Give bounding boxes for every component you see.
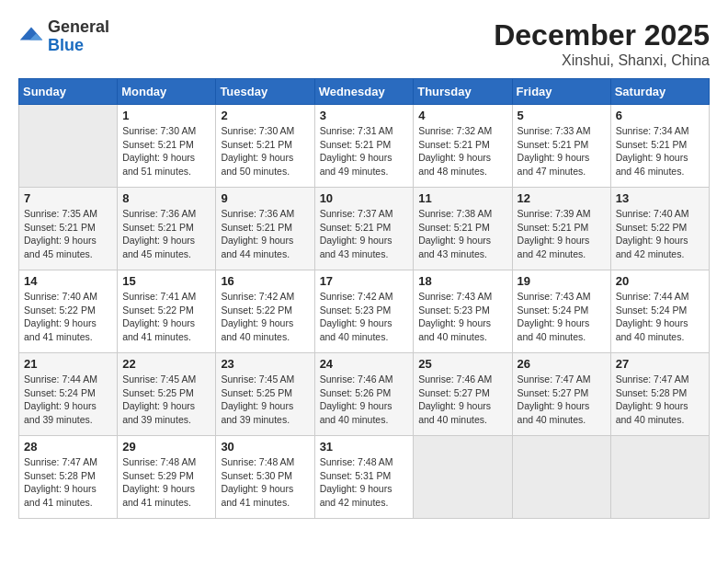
day-number: 26 xyxy=(518,357,606,371)
cell-info: Sunrise: 7:43 AMSunset: 5:24 PMDaylight:… xyxy=(518,290,606,344)
calendar-cell: 9Sunrise: 7:36 AMSunset: 5:21 PMDaylight… xyxy=(216,188,314,270)
calendar-cell: 25Sunrise: 7:46 AMSunset: 5:27 PMDayligh… xyxy=(414,353,512,436)
day-number: 22 xyxy=(122,357,210,371)
day-number: 15 xyxy=(122,274,210,288)
calendar-cell: 4Sunrise: 7:32 AMSunset: 5:21 PMDaylight… xyxy=(414,105,512,188)
day-number: 29 xyxy=(122,440,210,454)
header-thursday: Thursday xyxy=(414,79,512,105)
day-number: 25 xyxy=(418,357,506,371)
calendar-cell: 11Sunrise: 7:38 AMSunset: 5:21 PMDayligh… xyxy=(414,188,512,270)
day-number: 31 xyxy=(320,440,409,454)
day-number: 13 xyxy=(616,191,704,205)
calendar-cell: 23Sunrise: 7:45 AMSunset: 5:25 PMDayligh… xyxy=(216,353,314,436)
day-number: 4 xyxy=(418,109,506,122)
cell-info: Sunrise: 7:44 AMSunset: 5:24 PMDaylight:… xyxy=(616,290,704,344)
calendar-cell: 3Sunrise: 7:31 AMSunset: 5:21 PMDaylight… xyxy=(314,105,414,188)
cell-info: Sunrise: 7:40 AMSunset: 5:22 PMDaylight:… xyxy=(24,290,112,344)
calendar-cell xyxy=(512,436,610,519)
cell-info: Sunrise: 7:36 AMSunset: 5:21 PMDaylight:… xyxy=(221,207,309,261)
cell-info: Sunrise: 7:46 AMSunset: 5:27 PMDaylight:… xyxy=(418,373,506,427)
day-number: 9 xyxy=(221,191,309,205)
cell-info: Sunrise: 7:46 AMSunset: 5:26 PMDaylight:… xyxy=(320,373,409,427)
day-number: 14 xyxy=(24,274,112,288)
logo-icon xyxy=(18,24,44,50)
calendar-cell: 7Sunrise: 7:35 AMSunset: 5:21 PMDaylight… xyxy=(19,188,118,270)
cell-info: Sunrise: 7:42 AMSunset: 5:23 PMDaylight:… xyxy=(320,290,409,344)
calendar-cell: 18Sunrise: 7:43 AMSunset: 5:23 PMDayligh… xyxy=(414,270,512,353)
calendar-cell: 31Sunrise: 7:48 AMSunset: 5:31 PMDayligh… xyxy=(314,436,414,519)
calendar-cell xyxy=(19,105,118,188)
day-number: 6 xyxy=(616,109,704,122)
calendar-cell: 15Sunrise: 7:41 AMSunset: 5:22 PMDayligh… xyxy=(118,270,216,353)
day-number: 18 xyxy=(418,274,506,288)
cell-info: Sunrise: 7:47 AMSunset: 5:28 PMDaylight:… xyxy=(616,373,704,427)
day-number: 10 xyxy=(320,191,409,205)
calendar-cell: 13Sunrise: 7:40 AMSunset: 5:22 PMDayligh… xyxy=(610,188,709,270)
days-header-row: SundayMondayTuesdayWednesdayThursdayFrid… xyxy=(19,79,710,105)
cell-info: Sunrise: 7:48 AMSunset: 5:30 PMDaylight:… xyxy=(221,455,309,510)
day-number: 23 xyxy=(221,357,309,371)
cell-info: Sunrise: 7:31 AMSunset: 5:21 PMDaylight:… xyxy=(320,124,409,178)
cell-info: Sunrise: 7:48 AMSunset: 5:31 PMDaylight:… xyxy=(320,455,409,510)
day-number: 11 xyxy=(418,191,506,205)
calendar-cell: 10Sunrise: 7:37 AMSunset: 5:21 PMDayligh… xyxy=(314,188,414,270)
cell-info: Sunrise: 7:45 AMSunset: 5:25 PMDaylight:… xyxy=(122,373,210,427)
calendar-cell: 12Sunrise: 7:39 AMSunset: 5:21 PMDayligh… xyxy=(512,188,610,270)
day-number: 2 xyxy=(221,109,309,122)
header-saturday: Saturday xyxy=(610,79,709,105)
calendar-cell: 30Sunrise: 7:48 AMSunset: 5:30 PMDayligh… xyxy=(216,436,314,519)
calendar-cell xyxy=(610,436,709,519)
day-number: 20 xyxy=(616,274,704,288)
month-title: December 2025 xyxy=(494,18,710,52)
day-number: 21 xyxy=(24,357,112,371)
calendar-cell: 19Sunrise: 7:43 AMSunset: 5:24 PMDayligh… xyxy=(512,270,610,353)
calendar-cell: 26Sunrise: 7:47 AMSunset: 5:27 PMDayligh… xyxy=(512,353,610,436)
cell-info: Sunrise: 7:37 AMSunset: 5:21 PMDaylight:… xyxy=(320,207,409,261)
cell-info: Sunrise: 7:39 AMSunset: 5:21 PMDaylight:… xyxy=(518,207,606,261)
week-row-4: 21Sunrise: 7:44 AMSunset: 5:24 PMDayligh… xyxy=(19,353,710,436)
cell-info: Sunrise: 7:38 AMSunset: 5:21 PMDaylight:… xyxy=(418,207,506,261)
day-number: 7 xyxy=(24,191,112,205)
calendar-cell: 1Sunrise: 7:30 AMSunset: 5:21 PMDaylight… xyxy=(118,105,216,188)
cell-info: Sunrise: 7:45 AMSunset: 5:25 PMDaylight:… xyxy=(221,373,309,427)
cell-info: Sunrise: 7:30 AMSunset: 5:21 PMDaylight:… xyxy=(221,124,309,178)
calendar-cell: 29Sunrise: 7:48 AMSunset: 5:29 PMDayligh… xyxy=(118,436,216,519)
cell-info: Sunrise: 7:41 AMSunset: 5:22 PMDaylight:… xyxy=(122,290,210,344)
calendar-cell: 2Sunrise: 7:30 AMSunset: 5:21 PMDaylight… xyxy=(216,105,314,188)
calendar-cell: 14Sunrise: 7:40 AMSunset: 5:22 PMDayligh… xyxy=(19,270,118,353)
calendar-cell: 17Sunrise: 7:42 AMSunset: 5:23 PMDayligh… xyxy=(314,270,414,353)
week-row-2: 7Sunrise: 7:35 AMSunset: 5:21 PMDaylight… xyxy=(19,188,710,270)
calendar-cell: 16Sunrise: 7:42 AMSunset: 5:22 PMDayligh… xyxy=(216,270,314,353)
week-row-3: 14Sunrise: 7:40 AMSunset: 5:22 PMDayligh… xyxy=(19,270,710,353)
calendar-table: SundayMondayTuesdayWednesdayThursdayFrid… xyxy=(18,78,710,519)
cell-info: Sunrise: 7:34 AMSunset: 5:21 PMDaylight:… xyxy=(616,124,704,178)
header-friday: Friday xyxy=(512,79,610,105)
calendar-cell: 28Sunrise: 7:47 AMSunset: 5:28 PMDayligh… xyxy=(19,436,118,519)
header-monday: Monday xyxy=(118,79,216,105)
day-number: 8 xyxy=(122,191,210,205)
calendar-cell: 21Sunrise: 7:44 AMSunset: 5:24 PMDayligh… xyxy=(19,353,118,436)
day-number: 1 xyxy=(122,109,210,122)
header-wednesday: Wednesday xyxy=(314,79,414,105)
day-number: 16 xyxy=(221,274,309,288)
day-number: 5 xyxy=(518,109,606,122)
day-number: 27 xyxy=(616,357,704,371)
cell-info: Sunrise: 7:47 AMSunset: 5:27 PMDaylight:… xyxy=(518,373,606,427)
cell-info: Sunrise: 7:44 AMSunset: 5:24 PMDaylight:… xyxy=(24,373,112,427)
header-tuesday: Tuesday xyxy=(216,79,314,105)
cell-info: Sunrise: 7:48 AMSunset: 5:29 PMDaylight:… xyxy=(122,455,210,510)
calendar-cell: 8Sunrise: 7:36 AMSunset: 5:21 PMDaylight… xyxy=(118,188,216,270)
cell-info: Sunrise: 7:47 AMSunset: 5:28 PMDaylight:… xyxy=(24,455,112,510)
calendar-cell: 27Sunrise: 7:47 AMSunset: 5:28 PMDayligh… xyxy=(610,353,709,436)
cell-info: Sunrise: 7:42 AMSunset: 5:22 PMDaylight:… xyxy=(221,290,309,344)
page-header: General Blue December 2025 Xinshui, Shan… xyxy=(18,18,710,69)
calendar-cell xyxy=(414,436,512,519)
calendar-cell: 22Sunrise: 7:45 AMSunset: 5:25 PMDayligh… xyxy=(118,353,216,436)
location: Xinshui, Shanxi, China xyxy=(494,52,710,69)
week-row-5: 28Sunrise: 7:47 AMSunset: 5:28 PMDayligh… xyxy=(19,436,710,519)
calendar-cell: 6Sunrise: 7:34 AMSunset: 5:21 PMDaylight… xyxy=(610,105,709,188)
day-number: 28 xyxy=(24,440,112,454)
calendar-cell: 24Sunrise: 7:46 AMSunset: 5:26 PMDayligh… xyxy=(314,353,414,436)
cell-info: Sunrise: 7:43 AMSunset: 5:23 PMDaylight:… xyxy=(418,290,506,344)
logo-general: General xyxy=(48,18,109,37)
